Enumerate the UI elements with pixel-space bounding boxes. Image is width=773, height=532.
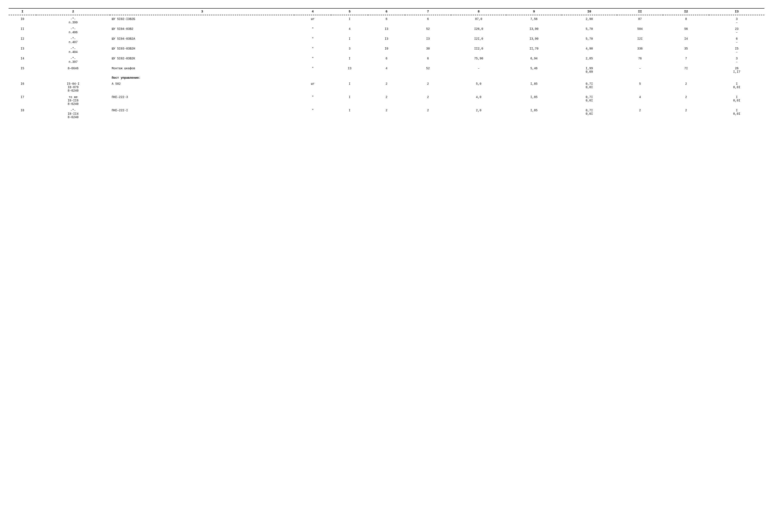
cell-1-8: 87,0 bbox=[451, 15, 506, 25]
cell-8-7: 2 bbox=[405, 80, 451, 93]
cell-3-6: I3 bbox=[368, 35, 405, 45]
cell-4-10: 4,90 bbox=[561, 45, 617, 55]
cell-1-7: 6 bbox=[405, 15, 451, 25]
cell-1-10: 2,90 bbox=[561, 15, 617, 25]
cell-6-9: 5,46 bbox=[506, 65, 561, 74]
cell-6-4: " bbox=[294, 65, 331, 74]
table-row: I58–6646Монтаж шкафов"I3452–5,46I,990,09… bbox=[9, 65, 764, 74]
cell-3-12: I4 bbox=[663, 35, 709, 45]
cell-2-10: 5,70 bbox=[561, 25, 617, 35]
cell-5-8: 75,90 bbox=[451, 55, 506, 65]
cell-9-1: I7 bbox=[9, 93, 36, 107]
cell-4-12: 35 bbox=[663, 45, 709, 55]
cell-6-10: I,990,09 bbox=[561, 65, 617, 74]
cell-3-10: 5,70 bbox=[561, 35, 617, 45]
col-header-6: 6 bbox=[368, 8, 405, 15]
table-row: I6I5-04-II8-0798-6240А 582штI225,0I,850,… bbox=[9, 80, 764, 93]
cell-2-9: I3,90 bbox=[506, 25, 561, 35]
cell-2-11: 504 bbox=[617, 25, 663, 35]
table-row: I3-"-п.404ШУ 5I03-03В2Н"3I030II2,0II,704… bbox=[9, 45, 764, 55]
cell-9-7: 2 bbox=[405, 93, 451, 107]
cell-9-2: то жеI8-II68-6240 bbox=[36, 93, 110, 107]
cell-2-13: 23– bbox=[709, 25, 764, 35]
cell-9-13: I0,0I bbox=[709, 93, 764, 107]
cell-4-4: " bbox=[294, 45, 331, 55]
col-header-12: I2 bbox=[663, 8, 709, 15]
cell-9-10: 0,7I0,0I bbox=[561, 93, 617, 107]
cell-7-3: Пост управления: bbox=[110, 74, 764, 80]
col-header-11: II bbox=[617, 8, 663, 15]
cell-1-6: 6 bbox=[368, 15, 405, 25]
cell-3-1: I2 bbox=[9, 35, 36, 45]
cell-2-4: " bbox=[294, 25, 331, 35]
col-header-5: 5 bbox=[331, 8, 368, 15]
cell-9-3: ПКЕ–222-3 bbox=[110, 93, 294, 107]
cell-10-10: 0,7I0,0I bbox=[561, 107, 617, 120]
cell-10-11: 2 bbox=[617, 107, 663, 120]
cell-2-2: -"-п.406 bbox=[36, 25, 110, 35]
cell-10-13: I0,0I bbox=[709, 107, 764, 120]
cell-3-7: I3 bbox=[405, 35, 451, 45]
cell-8-6: 2 bbox=[368, 80, 405, 93]
cell-3-3: ШУ 5I04-03В2А bbox=[110, 35, 294, 45]
cell-6-3: Монтаж шкафов bbox=[110, 65, 294, 74]
cell-2-7: 52 bbox=[405, 25, 451, 35]
cell-7-1 bbox=[9, 74, 36, 80]
cell-10-6: 2 bbox=[368, 107, 405, 120]
cell-2-3: ШУ 5I04-03В2 bbox=[110, 25, 294, 35]
cell-5-12: 7 bbox=[663, 55, 709, 65]
main-table: I 2 3 4 5 6 7 8 9 I0 II I2 I3 I0-"-п.399… bbox=[9, 8, 764, 120]
cell-10-8: 2,0 bbox=[451, 107, 506, 120]
cell-1-4: шт bbox=[294, 15, 331, 25]
cell-10-1: I8 bbox=[9, 107, 36, 120]
col-header-2: 2 bbox=[36, 8, 110, 15]
cell-8-8: 5,0 bbox=[451, 80, 506, 93]
cell-10-9: I,85 bbox=[506, 107, 561, 120]
cell-3-11: I2I bbox=[617, 35, 663, 45]
cell-4-6: I0 bbox=[368, 45, 405, 55]
cell-5-9: 6,94 bbox=[506, 55, 561, 65]
cell-5-10: 2,85 bbox=[561, 55, 617, 65]
cell-8-3: А 582 bbox=[110, 80, 294, 93]
table-row: II-"-п.406ШУ 5I04-03В2"4I352I26,0I3,905,… bbox=[9, 25, 764, 35]
cell-8-13: I0,0I bbox=[709, 80, 764, 93]
cell-5-7: 6 bbox=[405, 55, 451, 65]
cell-7-2 bbox=[36, 74, 110, 80]
cell-3-4: " bbox=[294, 35, 331, 45]
cell-1-11: 87 bbox=[617, 15, 663, 25]
table-row: I7то жеI8-II68-6240ПКЕ–222-3"I224,0I,850… bbox=[9, 93, 764, 107]
cell-3-13: 6– bbox=[709, 35, 764, 45]
cell-6-12: 7I bbox=[663, 65, 709, 74]
cell-2-1: II bbox=[9, 25, 36, 35]
cell-4-1: I3 bbox=[9, 45, 36, 55]
cell-6-11: – bbox=[617, 65, 663, 74]
cell-1-13: 3– bbox=[709, 15, 764, 25]
cell-5-11: 76 bbox=[617, 55, 663, 65]
cell-10-7: 2 bbox=[405, 107, 451, 120]
cell-6-2: 8–6646 bbox=[36, 65, 110, 74]
col-header-7: 7 bbox=[405, 8, 451, 15]
cell-10-4: " bbox=[294, 107, 331, 120]
cell-3-2: -"-п.407 bbox=[36, 35, 110, 45]
column-headers: I 2 3 4 5 6 7 8 9 I0 II I2 I3 bbox=[9, 8, 764, 15]
cell-6-13: 26I,I7 bbox=[709, 65, 764, 74]
cell-5-6: 6 bbox=[368, 55, 405, 65]
cell-8-4: шт bbox=[294, 80, 331, 93]
cell-9-5: I bbox=[331, 93, 368, 107]
cell-10-5: I bbox=[331, 107, 368, 120]
col-header-10: I0 bbox=[561, 8, 617, 15]
cell-1-3: ШУ 5I02-I3В2Б bbox=[110, 15, 294, 25]
cell-4-8: II2,0 bbox=[451, 45, 506, 55]
cell-2-12: 56 bbox=[663, 25, 709, 35]
cell-2-8: I26,0 bbox=[451, 25, 506, 35]
cell-3-8: I2I,0 bbox=[451, 35, 506, 45]
cell-5-1: I4 bbox=[9, 55, 36, 65]
cell-5-3: ШУ 5I02-03В2К bbox=[110, 55, 294, 65]
cell-10-2: -"-I8-II48-6240 bbox=[36, 107, 110, 120]
col-header-3: 3 bbox=[110, 8, 294, 15]
cell-1-9: 7,56 bbox=[506, 15, 561, 25]
cell-4-7: 30 bbox=[405, 45, 451, 55]
cell-9-4: " bbox=[294, 93, 331, 107]
col-header-8: 8 bbox=[451, 8, 506, 15]
cell-8-11: 5 bbox=[617, 80, 663, 93]
